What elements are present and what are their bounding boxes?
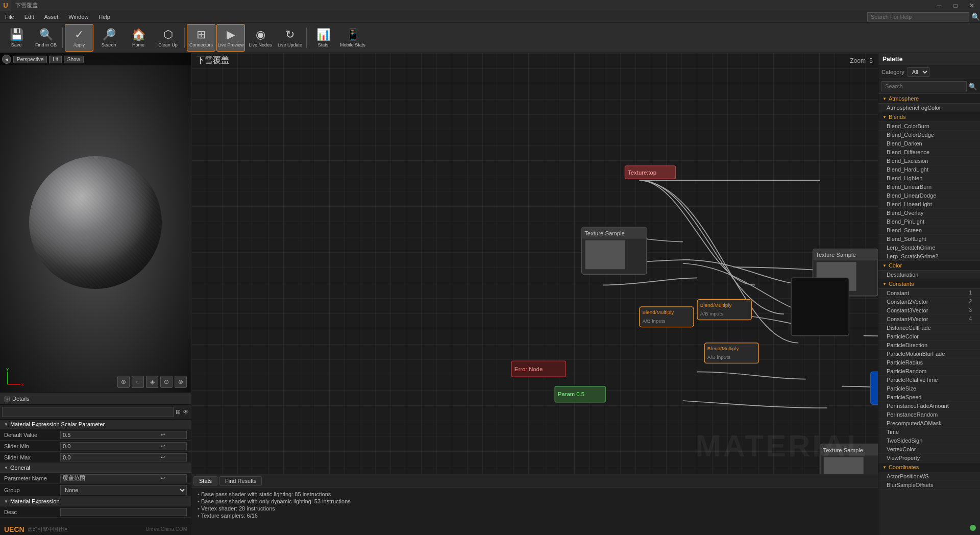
palette-item-lerp-scratchgrime[interactable]: Lerp_ScratchGrime (878, 244, 980, 252)
stats-tab[interactable]: Stats (193, 476, 217, 485)
palette-group-atmosphere[interactable]: Atmosphere (878, 94, 980, 104)
viewport-tool-5[interactable]: ⊚ (175, 376, 187, 388)
palette-item-particlespeed[interactable]: ParticleSpeed (878, 393, 980, 402)
palette-item-particleradius[interactable]: ParticleRadius (878, 358, 980, 367)
slider-max-reset[interactable]: ↩ (161, 454, 165, 460)
palette-item-blend-overlay[interactable]: Blend_Overlay (878, 209, 980, 217)
stats-button[interactable]: 📊 Stats (309, 24, 337, 52)
connectors-button[interactable]: ⊞ Connectors (187, 24, 215, 52)
group-field[interactable]: None (60, 485, 187, 495)
details-tab[interactable]: Details (12, 396, 30, 402)
param-name-input[interactable] (63, 475, 160, 481)
palette-group-blends[interactable]: Blends (878, 112, 980, 122)
save-button[interactable]: 💾 Save (2, 24, 31, 52)
palette-item-blend-linearburn[interactable]: Blend_LinearBurn (878, 183, 980, 191)
show-button[interactable]: Show (64, 56, 84, 63)
search-for-help-input[interactable] (867, 12, 969, 21)
palette-item-constant4vector[interactable]: Constant4Vector 4 (878, 315, 980, 324)
palette-item-blend-difference[interactable]: Blend_Difference (878, 148, 980, 157)
node-param-green[interactable]: Param 0.5 (555, 386, 605, 402)
palette-item-twosidedsign[interactable]: TwoSidedSign (878, 436, 980, 445)
palette-item-actorpositionws[interactable]: ActorPositionWS (878, 472, 980, 481)
palette-item-particledirection[interactable]: ParticleDirection (878, 341, 980, 350)
slider-min-reset[interactable]: ↩ (161, 443, 165, 449)
viewport-tool-1[interactable]: ⊕ (117, 376, 130, 388)
palette-item-desaturation[interactable]: Desaturation (878, 271, 980, 279)
slider-min-field[interactable]: ↩ (60, 442, 187, 450)
palette-search-icon[interactable]: 🔍 (969, 83, 977, 90)
palette-item-blend-colordodge[interactable]: Blend_ColorDodge (878, 131, 980, 139)
palette-item-particlerandom[interactable]: ParticleRandom (878, 367, 980, 376)
details-general-section[interactable]: General (0, 463, 191, 473)
node-tex-top[interactable]: Texture:top (625, 166, 675, 179)
palette-group-constants[interactable]: Constants (878, 279, 980, 289)
home-button[interactable]: 🏠 Home (124, 24, 153, 52)
palette-item-blend-softlight[interactable]: Blend_SoftLight (878, 235, 980, 244)
live-nodes-button[interactable]: ◉ Live Nodes (246, 24, 275, 52)
palette-item-precomputedaomask[interactable]: PrecomputedAOMask (878, 419, 980, 428)
details-grid-icon[interactable]: ⊞ (176, 408, 181, 416)
lit-button[interactable]: Lit (49, 56, 62, 63)
close-button[interactable]: ✕ (964, 0, 980, 11)
perspective-button[interactable]: Perspective (13, 56, 47, 63)
palette-group-color[interactable]: Color (878, 261, 980, 271)
palette-item-particlesize[interactable]: ParticleSize (878, 384, 980, 393)
minimize-button[interactable]: ─ (931, 0, 947, 11)
palette-item-blend-darken[interactable]: Blend_Darken (878, 139, 980, 148)
palette-item-atmosphericfogcolor[interactable]: AtmosphericFogColor (878, 104, 980, 112)
palette-item-lerp-scratchgrime2[interactable]: Lerp_ScratchGrime2 (878, 252, 980, 261)
viewport-tool-4[interactable]: ⊙ (160, 376, 173, 388)
group-select[interactable]: None (61, 485, 186, 495)
node-graph-canvas[interactable]: Texture Sample Texture Sample (191, 53, 878, 474)
details-eye-icon[interactable]: 👁 (183, 408, 189, 416)
node-error[interactable]: Error Node (511, 361, 566, 377)
default-value-field[interactable]: ↩ (60, 431, 187, 439)
maximize-button[interactable]: □ (947, 0, 964, 11)
node-blend-1[interactable]: Blend/Multiply A/B inputs (640, 307, 694, 327)
palette-item-blend-exclusion[interactable]: Blend_Exclusion (878, 157, 980, 165)
search-for-help-icon[interactable]: 🔍 (971, 13, 980, 21)
palette-item-particlerelativetime[interactable]: ParticleRelativeTime (878, 376, 980, 384)
live-preview-button[interactable]: ▶ Live Preview (216, 24, 245, 52)
palette-item-distancecullfade[interactable]: DistanceCullFade (878, 324, 980, 332)
desc-field[interactable] (60, 508, 187, 516)
node-blend-3[interactable]: Blend/Multiply A/B inputs (704, 343, 758, 363)
node-editor[interactable]: 下雪覆盖 Zoom -5 (191, 53, 878, 474)
palette-item-blend-colorburn[interactable]: Blend_ColorBurn (878, 122, 980, 131)
details-material-section[interactable]: Material Expression (0, 497, 191, 506)
details-main-section[interactable]: Material Expression Scalar Parameter (0, 420, 191, 429)
default-value-input[interactable] (63, 432, 160, 438)
palette-item-perinstancefadeamount[interactable]: PerInstanceFadeAmount (878, 402, 980, 410)
palette-search-input[interactable] (881, 81, 967, 91)
viewport-toggle[interactable]: ◄ (2, 55, 11, 64)
palette-item-constant2vector[interactable]: Constant2Vector 2 (878, 298, 980, 306)
palette-item-particlecolor[interactable]: ParticleColor (878, 332, 980, 341)
param-name-field[interactable]: ↩ (60, 474, 187, 482)
menu-edit[interactable]: Edit (19, 11, 39, 22)
mobile-stats-button[interactable]: 📱 Mobile Stats (338, 24, 367, 52)
viewport-tool-3[interactable]: ◈ (146, 376, 158, 388)
viewport[interactable]: ◄ Perspective Lit Show X Y ⊕ (0, 53, 191, 392)
find-in-cb-button[interactable]: 🔍 Find in CB (32, 24, 60, 52)
live-update-button[interactable]: ↻ Live Update (276, 24, 304, 52)
palette-item-blend-linearlight[interactable]: Blend_LinearLight (878, 200, 980, 209)
palette-item-constant[interactable]: Constant 1 (878, 289, 980, 298)
menu-help[interactable]: Help (93, 11, 115, 22)
palette-item-blend-pinlight[interactable]: Blend_PinLight (878, 217, 980, 226)
palette-item-blursampleoffsets[interactable]: BlurSampleOffsets (878, 481, 980, 490)
menu-file[interactable]: File (0, 11, 19, 22)
palette-item-particlemotionblurfade[interactable]: ParticleMotionBlurFade (878, 350, 980, 358)
desc-input[interactable] (63, 509, 184, 515)
palette-item-blend-lighten[interactable]: Blend_Lighten (878, 174, 980, 183)
node-black-box[interactable] (791, 278, 849, 335)
menu-asset[interactable]: Asset (39, 11, 64, 22)
palette-item-constant3vector[interactable]: Constant3Vector 3 (878, 306, 980, 315)
details-panel-icon[interactable]: ⊞ (4, 395, 10, 403)
viewport-tool-2[interactable]: ○ (132, 376, 144, 388)
palette-item-blend-screen[interactable]: Blend_Screen (878, 226, 980, 235)
node-blue-color[interactable] (871, 372, 878, 404)
category-select[interactable]: All (908, 67, 929, 77)
node-texture-1[interactable]: Texture Sample (582, 227, 647, 274)
param-name-reset[interactable]: ↩ (161, 475, 165, 481)
details-search-input[interactable] (2, 407, 174, 417)
